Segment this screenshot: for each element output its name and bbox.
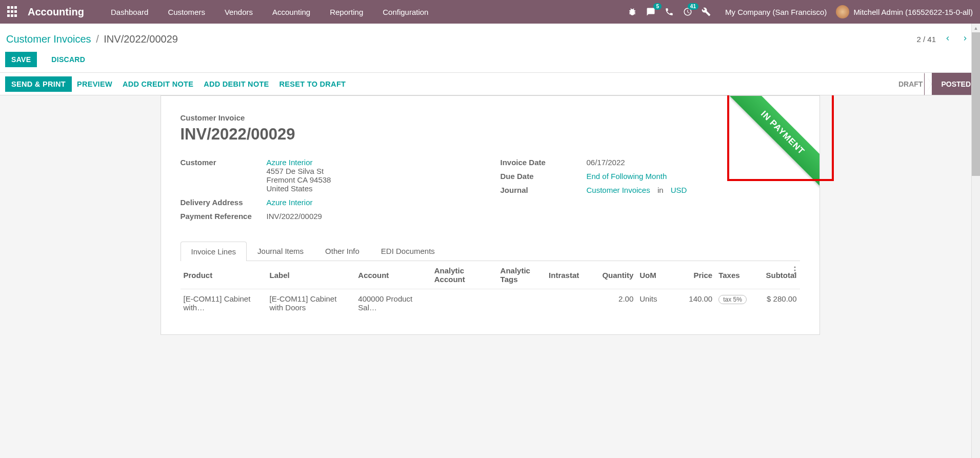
cell-quantity[interactable]: 2.00 (599, 289, 636, 317)
avatar (836, 5, 849, 18)
company-selector[interactable]: My Company (San Francisco) (725, 8, 827, 16)
col-analytic-tags[interactable]: Analytic Tags (497, 261, 546, 289)
menu-reporting[interactable]: Reporting (321, 2, 372, 23)
col-label[interactable]: Label (266, 261, 355, 289)
invdate-value: 06/17/2022 (587, 158, 625, 167)
delivery-link[interactable]: Azure Interior (267, 198, 313, 207)
messages-badge: 5 (653, 3, 662, 10)
cell-analytic-account[interactable] (431, 289, 497, 317)
pager-text: 2 / 41 (916, 35, 936, 44)
menu-accounting[interactable]: Accounting (263, 2, 319, 23)
bug-icon[interactable] (628, 7, 637, 16)
reset-to-draft-button[interactable]: RESET TO DRAFT (274, 77, 351, 91)
col-taxes[interactable]: Taxes (715, 261, 758, 289)
payref-value: INV/2022/00029 (267, 212, 322, 221)
customer-label: Customer (181, 158, 267, 193)
phone-icon[interactable] (665, 7, 674, 16)
nav-right: 5 41 My Company (San Francisco) Mitchell… (628, 5, 973, 18)
table-options-icon[interactable] (794, 266, 796, 276)
add-debit-note-button[interactable]: ADD DEBIT NOTE (198, 77, 274, 91)
duedate-label: Due Date (501, 172, 587, 181)
journal-label: Journal (501, 186, 587, 194)
col-analytic-account[interactable]: Analytic Account (431, 261, 497, 289)
breadcrumb-current: INV/2022/00029 (104, 33, 178, 45)
cell-intrastat[interactable] (546, 289, 599, 317)
apps-icon[interactable] (7, 6, 18, 17)
form-sheet: IN PAYMENT Customer Invoice INV/2022/000… (161, 95, 820, 335)
cell-analytic-tags[interactable] (497, 289, 546, 317)
user-name: Mitchell Admin (16552622-15-0-all) (853, 8, 973, 16)
add-credit-note-button[interactable]: ADD CREDIT NOTE (117, 77, 198, 91)
customer-link[interactable]: Azure Interior (267, 158, 313, 167)
breadcrumb-sep: / (96, 33, 99, 45)
cell-subtotal[interactable]: $ 280.00 (759, 289, 800, 317)
messages-icon[interactable]: 5 (646, 7, 655, 16)
customer-addr1: 4557 De Silva St (267, 167, 331, 175)
svg-point-1 (794, 269, 795, 271)
cell-taxes[interactable]: tax 5% (715, 289, 758, 317)
col-account[interactable]: Account (355, 261, 431, 289)
customer-addr2: Fremont CA 94538 (267, 175, 331, 184)
navbar: Accounting Dashboard Customers Vendors A… (0, 0, 980, 24)
main-menu: Dashboard Customers Vendors Accounting R… (102, 2, 437, 23)
app-brand[interactable]: Accounting (28, 6, 84, 18)
field-grid: Customer Azure Interior 4557 De Silva St… (181, 158, 800, 226)
discard-button[interactable]: DISCARD (46, 52, 90, 67)
scrollbar[interactable]: ▲ (971, 24, 980, 458)
content-area: IN PAYMENT Customer Invoice INV/2022/000… (0, 95, 980, 456)
col-quantity[interactable]: Quantity (599, 261, 636, 289)
invdate-label: Invoice Date (501, 158, 587, 167)
control-panel: Customer Invoices / INV/2022/00029 2 / 4… (0, 24, 980, 73)
pager-next[interactable] (959, 33, 971, 46)
cell-uom[interactable]: Units (636, 289, 685, 317)
tools-icon[interactable] (702, 7, 711, 16)
journal-link[interactable]: Customer Invoices (587, 186, 650, 194)
doc-type-label: Customer Invoice (181, 113, 800, 122)
save-button[interactable]: SAVE (5, 52, 37, 67)
cell-price[interactable]: 140.00 (685, 289, 715, 317)
table-row[interactable]: [E-COM11] Cabinet with… [E-COM11] Cabine… (181, 289, 800, 317)
status-bar: DRAFT POSTED (889, 73, 980, 95)
pager-prev[interactable] (942, 33, 953, 46)
cell-label[interactable]: [E-COM11] Cabinet with Doors (266, 289, 355, 317)
table-wrap: Product Label Account Analytic Account A… (181, 261, 800, 317)
action-bar: SEND & PRINT PREVIEW ADD CREDIT NOTE ADD… (0, 73, 980, 95)
payref-label: Payment Reference (181, 212, 267, 221)
activity-badge: 41 (688, 3, 698, 10)
table-header-row: Product Label Account Analytic Account A… (181, 261, 800, 289)
col-uom[interactable]: UoM (636, 261, 685, 289)
tab-other-info[interactable]: Other Info (314, 241, 370, 261)
breadcrumb-parent[interactable]: Customer Invoices (6, 33, 91, 45)
svg-point-2 (794, 272, 795, 274)
cell-account[interactable]: 400000 Product Sal… (355, 289, 431, 317)
menu-vendors[interactable]: Vendors (215, 2, 262, 23)
journal-in: in (657, 186, 664, 194)
ribbon-container: IN PAYMENT (717, 96, 819, 188)
payment-ribbon: IN PAYMENT (724, 96, 819, 188)
col-price[interactable]: Price (685, 261, 715, 289)
col-intrastat[interactable]: Intrastat (546, 261, 599, 289)
duedate-link[interactable]: End of Following Month (587, 172, 667, 181)
tabs: Invoice Lines Journal Items Other Info E… (181, 241, 800, 261)
cell-product[interactable]: [E-COM11] Cabinet with… (181, 289, 267, 317)
tab-invoice-lines[interactable]: Invoice Lines (181, 242, 247, 261)
user-menu[interactable]: Mitchell Admin (16552622-15-0-all) (836, 5, 973, 18)
tab-journal-items[interactable]: Journal Items (247, 241, 314, 261)
svg-point-0 (794, 266, 795, 268)
activity-icon[interactable]: 41 (683, 7, 692, 16)
currency-link[interactable]: USD (671, 186, 687, 194)
menu-configuration[interactable]: Configuration (373, 2, 437, 23)
scrollbar-thumb[interactable] (972, 32, 980, 176)
scroll-up-icon[interactable]: ▲ (972, 24, 980, 32)
send-print-button[interactable]: SEND & PRINT (5, 76, 72, 92)
tab-edi-documents[interactable]: EDI Documents (370, 241, 446, 261)
menu-dashboard[interactable]: Dashboard (102, 2, 157, 23)
invoice-lines-table: Product Label Account Analytic Account A… (181, 261, 800, 317)
menu-customers[interactable]: Customers (158, 2, 214, 23)
col-product[interactable]: Product (181, 261, 267, 289)
pager: 2 / 41 (916, 33, 971, 46)
preview-button[interactable]: PREVIEW (72, 77, 117, 91)
customer-addr3: United States (267, 184, 331, 193)
breadcrumb: Customer Invoices / INV/2022/00029 (6, 33, 178, 45)
tax-chip: tax 5% (718, 295, 747, 304)
